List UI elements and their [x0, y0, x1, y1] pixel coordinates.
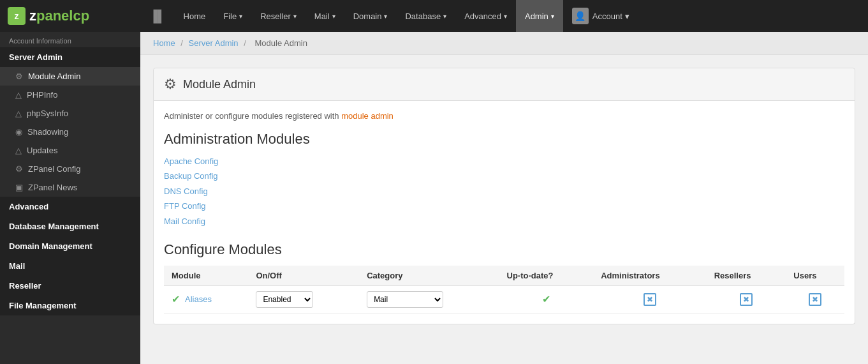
bar-chart-icon: ▐▌ [140, 10, 175, 23]
breadcrumb-sep1: / [180, 38, 183, 48]
news-icon: ▣ [15, 183, 23, 192]
module-onoff-select[interactable]: Enabled Disabled [256, 291, 313, 308]
users-checkbox[interactable]: ✖ [809, 293, 821, 306]
desc-text: Administer or configure modules register… [164, 111, 341, 121]
link-mail-config[interactable]: Mail Config [164, 214, 844, 229]
sidebar-account-info: Account Information [0, 32, 140, 47]
nav-file[interactable]: File ▾ [214, 0, 251, 32]
table-row: ✔ Aliases Enabled Disabled [164, 285, 844, 313]
col-resellers: Resellers [707, 266, 786, 286]
sidebar: Account Information Server Admin ⚙ Modul… [0, 32, 140, 364]
reseller-caret: ▾ [293, 13, 297, 20]
col-onoff: On/Off [248, 266, 359, 286]
col-users: Users [786, 266, 844, 286]
nav-domain[interactable]: Domain ▾ [344, 0, 397, 32]
sidebar-item-module-admin[interactable]: ⚙ Module Admin [0, 67, 140, 86]
table-header-row: Module On/Off Category Up-to-date? Admin… [164, 266, 844, 286]
module-uptodate-cell: ✔ [499, 285, 594, 313]
link-backup-config[interactable]: Backup Config [164, 169, 844, 183]
content-area: ⚙ Module Admin Administer or configure m… [140, 55, 868, 337]
breadcrumb-current: Module Admin [254, 38, 307, 48]
col-uptodate: Up-to-date? [499, 266, 594, 286]
module-name-cell: ✔ Aliases [164, 285, 248, 313]
module-resellers-cell: ✖ [707, 285, 786, 313]
sidebar-item-zpanel-news[interactable]: ▣ ZPanel News [0, 178, 140, 197]
modules-table: Module On/Off Category Up-to-date? Admin… [164, 266, 844, 314]
nav-admin[interactable]: Admin ▾ [516, 0, 563, 32]
sidebar-item-updates[interactable]: △ Updates [0, 141, 140, 160]
nav-home[interactable]: Home [175, 0, 215, 32]
sidebar-label-phpsysinfo: phpSysInfo [27, 109, 68, 118]
sidebar-label-module-admin: Module Admin [28, 72, 80, 81]
breadcrumb: Home / Server Admin / Module Admin [140, 32, 868, 55]
sidebar-label-phpinfo: PHPInfo [27, 90, 57, 100]
sidebar-group-server-admin[interactable]: Server Admin [0, 47, 140, 67]
col-admins: Administrators [593, 266, 706, 286]
nav-database[interactable]: Database ▾ [396, 0, 455, 32]
main-content: Home / Server Admin / Module Admin ⚙ Mod… [140, 32, 868, 364]
warning-icon-phpsysinfo: △ [15, 109, 22, 118]
module-admin-link[interactable]: module admin [341, 111, 394, 121]
admins-checkbox[interactable]: ✖ [644, 293, 656, 306]
page-header-box: ⚙ Module Admin [153, 68, 855, 101]
sidebar-group-domain[interactable]: Domain Management [0, 236, 140, 256]
page-title: Module Admin [183, 78, 256, 91]
module-alias-link[interactable]: Aliases [185, 294, 212, 304]
admin-links-list: Apache Config Backup Config DNS Config F… [164, 154, 844, 229]
sidebar-group-reseller[interactable]: Reseller [0, 276, 140, 296]
eye-icon: ◉ [15, 127, 22, 137]
updates-icon: △ [15, 146, 22, 155]
uptodate-check-icon: ✔ [542, 294, 550, 305]
sidebar-group-file[interactable]: File Management [0, 296, 140, 315]
sidebar-group-mail[interactable]: Mail [0, 256, 140, 276]
breadcrumb-server-admin[interactable]: Server Admin [189, 38, 239, 48]
sidebar-label-zpanel-config: ZPanel Config [28, 164, 80, 174]
link-apache-config[interactable]: Apache Config [164, 154, 844, 169]
configure-modules-title: Configure Modules [164, 241, 844, 258]
account-avatar-icon: 👤 [572, 8, 589, 24]
sidebar-label-zpanel-news: ZPanel News [28, 183, 77, 192]
sidebar-label-shadowing: Shadowing [27, 127, 68, 137]
col-module: Module [164, 266, 248, 286]
sidebar-label-updates: Updates [27, 146, 57, 155]
module-category-select[interactable]: Mail File Domain Database Reseller Admin [367, 291, 443, 308]
nav-advanced[interactable]: Advanced ▾ [455, 0, 516, 32]
account-caret: ▾ [625, 11, 629, 21]
module-users-cell: ✖ [786, 285, 844, 313]
module-admins-cell: ✖ [593, 285, 706, 313]
logo-text: zpanelcp [29, 8, 89, 24]
sidebar-group-database[interactable]: Database Management [0, 216, 140, 236]
domain-caret: ▾ [384, 13, 387, 20]
nav-account[interactable]: 👤 Account ▾ [563, 0, 638, 32]
col-category: Category [359, 266, 499, 286]
gear-small-icon: ⚙ [15, 72, 23, 81]
sidebar-item-phpinfo[interactable]: △ PHPInfo [0, 86, 140, 104]
mail-caret: ▾ [332, 13, 335, 20]
nav-reseller[interactable]: Reseller ▾ [251, 0, 305, 32]
advanced-caret: ▾ [504, 13, 507, 20]
database-caret: ▾ [443, 13, 446, 20]
admin-modules-title: Administration Modules [164, 131, 844, 148]
account-label: Account [592, 11, 622, 21]
sidebar-item-phpsysinfo[interactable]: △ phpSysInfo [0, 104, 140, 123]
sidebar-group-advanced[interactable]: Advanced [0, 197, 140, 216]
logo: z zpanelcp [0, 0, 140, 32]
page-description: Administer or configure modules register… [164, 111, 844, 121]
module-admin-gear-icon: ⚙ [164, 76, 177, 93]
nav-mail[interactable]: Mail ▾ [305, 0, 344, 32]
resellers-checkbox[interactable]: ✖ [740, 293, 753, 306]
admin-caret: ▾ [551, 13, 554, 20]
breadcrumb-sep2: / [244, 38, 246, 48]
sidebar-item-shadowing[interactable]: ◉ Shadowing [0, 123, 140, 141]
breadcrumb-home[interactable]: Home [153, 38, 175, 48]
top-nav: ▐▌ Home File ▾ Reseller ▾ Mail ▾ Domain … [140, 0, 868, 32]
module-check-icon: ✔ [172, 293, 180, 305]
page-body: Administer or configure modules register… [153, 101, 855, 324]
module-category-cell: Mail File Domain Database Reseller Admin [359, 285, 499, 313]
warning-icon-phpinfo: △ [15, 90, 22, 100]
link-dns-config[interactable]: DNS Config [164, 184, 844, 199]
file-caret: ▾ [239, 13, 242, 20]
gear-config-icon: ⚙ [15, 164, 23, 174]
link-ftp-config[interactable]: FTP Config [164, 199, 844, 213]
sidebar-item-zpanel-config[interactable]: ⚙ ZPanel Config [0, 160, 140, 178]
